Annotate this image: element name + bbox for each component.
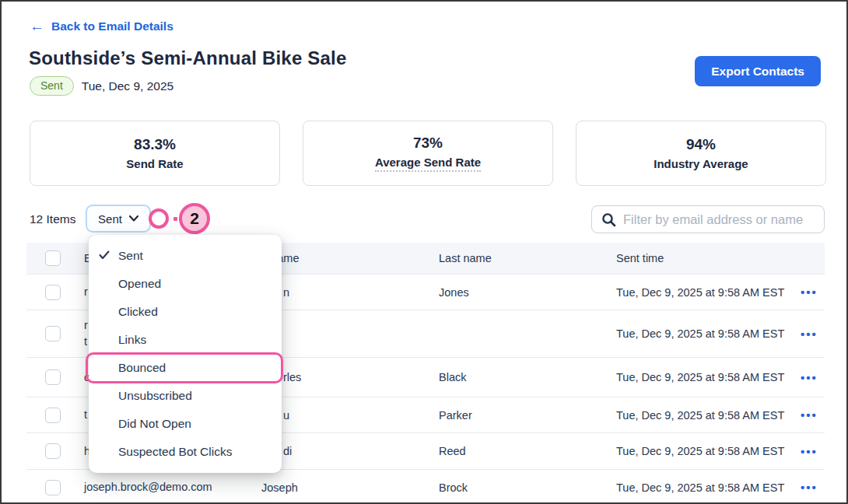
row-checkbox[interactable] — [45, 443, 61, 459]
menu-item-sent[interactable]: Sent — [89, 242, 282, 270]
stat-value: 83.3% — [134, 136, 176, 153]
row-actions-button[interactable]: ••• — [801, 371, 818, 384]
menu-item-label: Bounced — [118, 361, 166, 375]
menu-item-suspected-bot-clicks[interactable]: Suspected Bot Clicks — [89, 438, 282, 466]
stat-card: 83.3% Send Rate — [30, 121, 280, 186]
annotation-dash — [173, 217, 177, 221]
menu-item-links[interactable]: Links — [89, 326, 282, 354]
menu-item-bounced[interactable]: Bounced — [89, 354, 282, 382]
cell-last-name: Parker — [439, 409, 616, 422]
cell-last-name: Jones — [439, 286, 616, 299]
cell-sent-time: Tue, Dec 9, 2025 at 9:58 AM EST — [616, 286, 794, 299]
cell-last-name: Brock — [439, 481, 616, 494]
cell-sent-time: Tue, Dec 9, 2025 at 9:58 AM EST — [616, 327, 794, 340]
left-arrow-icon: ← — [30, 19, 44, 33]
stat-card: 94% Industry Average — [576, 121, 826, 186]
row-actions-button[interactable]: ••• — [801, 481, 818, 494]
select-all-checkbox[interactable] — [45, 250, 61, 266]
menu-item-label: Sent — [118, 249, 143, 263]
row-checkbox[interactable] — [45, 285, 61, 300]
menu-item-label: Clicked — [118, 305, 158, 319]
checkmark-icon — [99, 250, 110, 260]
cell-sent-time: Tue, Dec 9, 2025 at 9:58 AM EST — [616, 371, 794, 383]
email-meta: Sent Tue, Dec 9, 2025 — [30, 76, 173, 96]
cell-sent-time: Tue, Dec 9, 2025 at 9:58 AM EST — [616, 445, 794, 457]
status-badge: Sent — [30, 76, 74, 96]
back-link[interactable]: ← Back to Email Details — [30, 19, 173, 33]
back-link-label: Back to Email Details — [51, 19, 173, 33]
page-title: Southside’s Semi-Annual Bike Sale — [29, 47, 346, 69]
stat-label[interactable]: Average Send Rate — [375, 156, 481, 172]
cell-sent-time: Tue, Dec 9, 2025 at 9:58 AM EST — [616, 481, 794, 494]
cell-last-name: Reed — [439, 445, 616, 457]
status-filter-menu: Sent Opened Clicked Links Bounced Unsubs… — [89, 235, 282, 473]
export-contacts-button[interactable]: Export Contacts — [695, 56, 821, 86]
row-checkbox[interactable] — [45, 369, 61, 385]
stat-label: Industry Average — [654, 157, 748, 170]
row-actions-button[interactable]: ••• — [801, 285, 818, 299]
annotation-step-badge: 2 — [179, 203, 210, 234]
row-actions-button[interactable]: ••• — [801, 327, 818, 341]
row-actions-button[interactable]: ••• — [801, 408, 818, 422]
table-row: joseph.brock@demo.com Joseph Brock Tue, … — [26, 470, 825, 504]
search-field — [591, 205, 825, 233]
items-count: 12 Items — [30, 212, 75, 226]
row-checkbox[interactable] — [45, 480, 61, 495]
menu-item-label: Unsubscribed — [118, 389, 192, 403]
column-header: Sent time — [616, 252, 794, 264]
row-checkbox[interactable] — [45, 408, 61, 423]
stat-card: 73% Average Send Rate — [303, 121, 553, 186]
chevron-down-icon — [129, 215, 138, 222]
menu-item-did-not-open[interactable]: Did Not Open — [89, 410, 282, 438]
menu-item-clicked[interactable]: Clicked — [89, 298, 282, 326]
stat-label: Send Rate — [126, 157, 183, 170]
menu-item-label: Opened — [118, 277, 161, 291]
stat-value: 94% — [686, 136, 716, 153]
stat-cards: 83.3% Send Rate 73% Average Send Rate 94… — [30, 121, 826, 186]
status-filter-dropdown[interactable]: Sent — [86, 205, 151, 233]
stat-value: 73% — [413, 135, 443, 152]
annotation-dot — [149, 208, 169, 229]
cell-last-name: Black — [439, 371, 616, 383]
row-actions-button[interactable]: ••• — [801, 445, 818, 458]
cell-email: joseph.brock@demo.com — [65, 479, 243, 495]
menu-item-label: Suspected Bot Clicks — [118, 445, 232, 459]
menu-item-unsubscribed[interactable]: Unsubscribed — [89, 382, 282, 410]
cell-first-name: Joseph — [243, 481, 439, 494]
cell-sent-time: Tue, Dec 9, 2025 at 9:58 AM EST — [616, 409, 794, 422]
menu-item-opened[interactable]: Opened — [89, 270, 282, 298]
sent-date: Tue, Dec 9, 2025 — [82, 79, 173, 93]
column-header: Last name — [439, 252, 616, 264]
row-checkbox[interactable] — [45, 326, 61, 341]
search-icon — [601, 212, 616, 227]
menu-item-label: Links — [118, 333, 146, 347]
search-input[interactable] — [623, 212, 818, 227]
filter-selected-label: Sent — [98, 212, 122, 226]
menu-item-label: Did Not Open — [118, 417, 191, 431]
